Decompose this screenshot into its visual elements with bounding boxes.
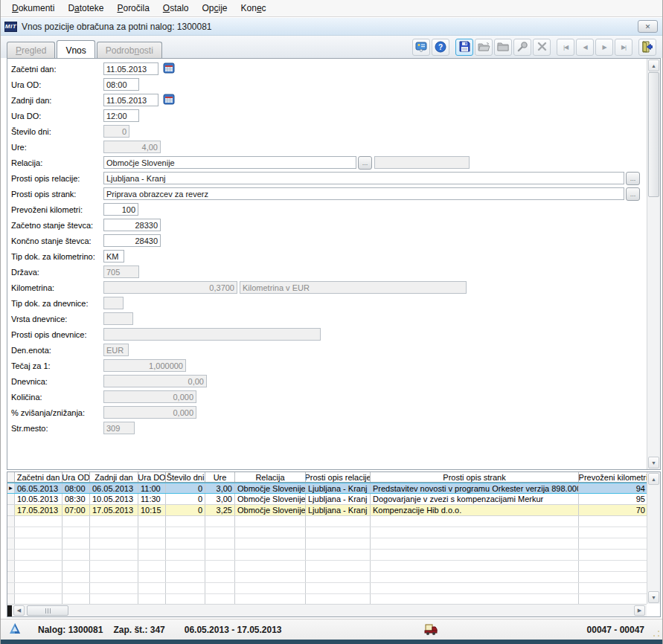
row-selector-cell — [7, 505, 15, 515]
grid-header-8[interactable]: Prosti opis strank — [371, 472, 579, 482]
form-row-dnevnica: Dnevnica:0,00 — [7, 373, 647, 389]
grid-empty-cell — [579, 550, 647, 560]
grid-header-0[interactable]: Začetni dan — [15, 472, 63, 482]
grid-table: Začetni danUra ODZadnji danUra DOŠtevilo… — [7, 472, 647, 604]
nav-next-button[interactable]: ▶ — [595, 39, 613, 56]
tab-pregled[interactable]: Pregled — [7, 42, 55, 58]
menu-item-opcije[interactable]: Opcije — [196, 1, 234, 16]
field-stevilo-dni: 0 — [103, 125, 129, 138]
grid-header-6[interactable]: Relacija — [235, 472, 306, 482]
field-koncno-stanje-stevca[interactable]: 28430 — [103, 234, 161, 247]
grid-scroll-up-icon[interactable]: ▲ — [648, 473, 659, 485]
nav-last-button[interactable]: ▶| — [615, 39, 632, 56]
form-row-den-enota: Den.enota:EUR — [7, 342, 647, 358]
grid-header-7[interactable]: Prosti opis relacije — [306, 472, 371, 482]
tab-label-pre: Podrob — [106, 45, 135, 56]
truck-icon — [423, 623, 438, 637]
menu-item-dokumenti[interactable]: Dokumenti — [5, 1, 61, 16]
calendar-icon[interactable] — [163, 62, 175, 75]
grid-vertical-scrollbar[interactable]: ▲ ▼ — [647, 472, 660, 604]
search-button[interactable] — [513, 39, 531, 56]
field-zacetno-stanje-stevca[interactable]: 28330 — [103, 219, 161, 231]
help-button[interactable]: ? — [432, 39, 449, 56]
field-prevozeni-kilometri[interactable]: 100 — [103, 203, 138, 216]
row-selector-cell — [7, 550, 15, 560]
grid-empty-cell — [63, 561, 90, 571]
field-tip-dok-kilometrino[interactable]: KM — [103, 250, 124, 263]
save-button[interactable] — [455, 39, 473, 56]
field-ura-od[interactable]: 08:00 — [103, 78, 139, 91]
form-row-stevilo-dni: Število dni:0 — [7, 123, 647, 139]
scroll-thumb[interactable] — [648, 72, 659, 197]
grid-cell: Območje Slovenije — [235, 494, 306, 504]
menu-label-post: ije — [219, 3, 228, 13]
lookup-ellipsis-button[interactable]: ... — [626, 187, 640, 201]
scroll-down-icon[interactable]: ▼ — [648, 457, 659, 468]
exit-button[interactable] — [638, 39, 656, 56]
delete-button[interactable] — [533, 39, 551, 56]
grid-header-3[interactable]: Ura DO — [138, 472, 166, 482]
grid-header-1[interactable]: Ura OD — [63, 472, 90, 482]
grid-header-9[interactable]: Prevoženi kilometri — [579, 472, 647, 482]
grid-empty-cell — [166, 516, 205, 527]
field-prosti-opis-relacije[interactable]: Ljubljana - Kranj — [103, 172, 624, 184]
grid-empty-cell — [90, 561, 138, 571]
field-zacetni-dan[interactable]: 11.05.2013 — [103, 62, 158, 75]
field-zadnji-dan[interactable]: 11.05.2013 — [103, 94, 158, 106]
field-prosti-opis-strank[interactable]: Priprava obrazcev za reverz — [103, 187, 624, 200]
field-ura-do[interactable]: 12:00 — [103, 109, 139, 122]
window-bottom-edge — [1, 640, 662, 644]
tab-vnos[interactable]: Vnos — [57, 40, 95, 58]
menu-bar: DokumentiDatotekePoročilaOstaloOpcijeKon… — [1, 0, 662, 17]
splitter-handle[interactable] — [7, 605, 12, 616]
row-selector-cell — [7, 516, 15, 527]
resize-grip[interactable] — [653, 630, 660, 637]
field-relacija[interactable]: Območje Slovenije — [103, 156, 356, 169]
nav-prev-button[interactable]: ◀ — [576, 39, 594, 56]
close-button[interactable]: ✕ — [638, 20, 658, 33]
grid-row[interactable]: 10.05.201308:3010.05.201311:3003,00Območ… — [7, 494, 647, 505]
grid-empty-cell — [205, 538, 235, 549]
grid-empty-cell — [205, 561, 235, 571]
open-button[interactable] — [475, 39, 493, 56]
copy-button[interactable] — [494, 39, 512, 56]
grid-header-2[interactable]: Zadnji dan — [90, 472, 138, 482]
grid-selector-header — [7, 472, 15, 482]
lookup-ellipsis-button[interactable]: ... — [358, 156, 372, 170]
calendar-icon[interactable] — [163, 94, 175, 106]
grid-empty-row — [7, 516, 647, 527]
nav-first-button[interactable]: |◀ — [557, 39, 574, 56]
grid-empty-cell — [166, 583, 205, 593]
grid-scroll-down-icon[interactable]: ▼ — [648, 591, 659, 603]
grid-empty-cell — [205, 516, 235, 527]
grid-cell: 3,00 — [205, 483, 235, 493]
menu-item-porocila[interactable]: Poročila — [110, 1, 156, 16]
grid-scroll-right-icon[interactable]: ▶ — [634, 605, 645, 616]
grid-empty-cell — [138, 572, 166, 582]
tab-podrobnosti[interactable]: Podrobnosti — [97, 42, 162, 58]
field-label-str-mesto: Str.mesto: — [11, 424, 103, 433]
grid-row[interactable]: 17.05.201307:0017.05.201310:1503,25Območ… — [7, 505, 647, 516]
menu-item-ostalo[interactable]: Ostalo — [156, 1, 196, 16]
form-vertical-scrollbar[interactable]: ▲ ▼ — [647, 59, 660, 469]
grid-empty-row — [7, 538, 647, 550]
grid-empty-cell — [235, 516, 306, 527]
form-row-ura-od: Ura OD:08:00 — [7, 77, 647, 92]
grid-header-5[interactable]: Ure — [205, 472, 235, 482]
tab-label-key: P — [16, 45, 22, 56]
grid-row[interactable]: ►06.05.201308:0006.05.201311:0003,00Obmo… — [7, 483, 647, 494]
grid-hscroll-thumb[interactable] — [27, 605, 68, 616]
grid-empty-cell — [371, 550, 579, 560]
grid-horizontal-scrollbar[interactable]: ◀ ▶ — [7, 604, 647, 616]
grid-scroll-left-icon[interactable]: ◀ — [13, 605, 25, 616]
menu-label-pre: Op — [202, 3, 214, 13]
properties-button[interactable] — [412, 39, 430, 56]
form-row-zadnji-dan: Zadnji dan:11.05.2013 — [7, 92, 647, 108]
scroll-up-icon[interactable]: ▲ — [648, 59, 659, 71]
lookup-ellipsis-button[interactable]: ... — [626, 172, 640, 185]
menu-item-konec[interactable]: Konec — [234, 1, 273, 16]
grid-header-4[interactable]: Število dni — [166, 472, 205, 482]
menu-label-post: oročila — [123, 3, 149, 13]
menu-item-datoteke[interactable]: Datoteke — [61, 1, 110, 16]
grid-empty-cell — [306, 550, 371, 560]
